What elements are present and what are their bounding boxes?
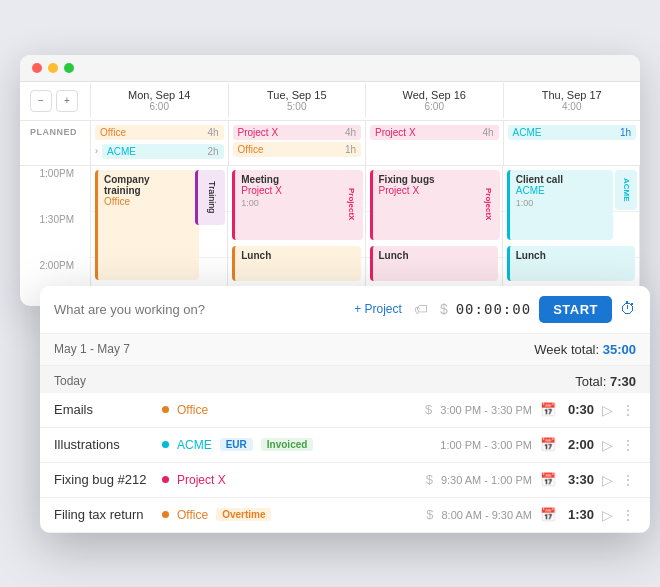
chevron-icon: ›: [95, 146, 98, 156]
day-group-total: Total: 7:30: [575, 374, 636, 389]
entry-duration-taxreturn: 1:30: [564, 507, 594, 522]
cal-col-0: Company training Office Training: [91, 166, 228, 306]
entry-duration-fixingbug: 3:30: [564, 472, 594, 487]
entry-project-fixingbug: Project X: [177, 473, 226, 487]
day-group-label: Today: [54, 374, 86, 388]
entry-project-taxreturn: Office: [177, 508, 208, 522]
planned-sub-block-acme: ACME 2h: [102, 144, 224, 159]
play-button-emails[interactable]: ▷: [602, 402, 613, 418]
event-lunch-2: Lunch: [370, 246, 498, 281]
planned-day-2: Project X 4h: [365, 121, 503, 165]
tracker-window: + Project 🏷 $ 00:00:00 START ⏱ May 1 - M…: [40, 286, 650, 533]
entry-dot-illustrations: [162, 441, 169, 448]
entry-dollar-taxreturn: $: [426, 507, 433, 522]
day-total-value: 7:30: [610, 374, 636, 389]
entry-illustrations: Illustrations ACME EUR Invoiced 1:00 PM …: [40, 428, 650, 463]
nav-minus-button[interactable]: −: [30, 90, 52, 112]
day-hours-3: 4:00: [508, 101, 637, 112]
week-total-value: 35:00: [603, 342, 636, 357]
week-total: Week total: 35:00: [534, 342, 636, 357]
screenshot-container: − + Mon, Sep 14 6:00 Tue, Sep 15 5:00 We…: [20, 55, 640, 533]
day-col-3: Thu, Sep 17 4:00: [503, 83, 641, 118]
tag-icon[interactable]: 🏷: [410, 299, 432, 319]
planned-label: PLANNED: [20, 121, 90, 143]
entry-time-illustrations: 1:00 PM - 3:00 PM: [440, 439, 532, 451]
maximize-button[interactable]: [64, 63, 74, 73]
more-button-emails[interactable]: ⋮: [621, 402, 636, 418]
more-button-fixingbug[interactable]: ⋮: [621, 472, 636, 488]
event-training: Company training Office: [95, 170, 199, 280]
timer-display: 00:00:00: [456, 301, 531, 317]
calendar-icon-taxreturn: 📅: [540, 507, 556, 522]
more-button-taxreturn[interactable]: ⋮: [621, 507, 636, 523]
event-projectx-badge-2: ProjectX: [478, 170, 500, 240]
day-name-3: Thu, Sep 17: [508, 89, 637, 101]
billable-icon[interactable]: $: [440, 301, 448, 317]
week-range: May 1 - May 7: [54, 342, 130, 356]
calendar-body: 1:00PM 1:30PM 2:00PM Company training Of…: [20, 166, 640, 306]
day-hours-1: 5:00: [233, 101, 362, 112]
planned-sub-acme: › ACME 2h: [95, 142, 224, 161]
badge-invoiced-illustrations: Invoiced: [261, 438, 314, 451]
event-meeting-projectx: Meeting Project X 1:00: [232, 170, 344, 240]
minimize-button[interactable]: [48, 63, 58, 73]
entry-dot-taxreturn: [162, 511, 169, 518]
planned-row: PLANNED Office 4h › ACME 2h Proj: [20, 121, 640, 166]
play-button-taxreturn[interactable]: ▷: [602, 507, 613, 523]
play-button-fixingbug[interactable]: ▷: [602, 472, 613, 488]
badge-eur-illustrations: EUR: [220, 438, 253, 451]
time-130pm: 1:30PM: [20, 212, 82, 258]
day-hours-0: 6:00: [95, 101, 224, 112]
timer-bar: + Project 🏷 $ 00:00:00 START ⏱: [40, 286, 650, 334]
calendar-icon-illustrations: 📅: [540, 437, 556, 452]
entry-dot-fixingbug: [162, 476, 169, 483]
cal-col-1: Meeting Project X 1:00 ProjectX Lunch: [228, 166, 365, 306]
calendar-nav: − +: [20, 82, 90, 120]
planned-day-0: Office 4h › ACME 2h: [90, 121, 228, 165]
calendar-icon-emails: 📅: [540, 402, 556, 417]
calendar-icon-fixingbug: 📅: [540, 472, 556, 487]
time-column: 1:00PM 1:30PM 2:00PM: [20, 166, 90, 306]
calendar-window: − + Mon, Sep 14 6:00 Tue, Sep 15 5:00 We…: [20, 55, 640, 306]
cal-col-2: Fixing bugs Project X ProjectX Lunch: [366, 166, 503, 306]
window-titlebar: [20, 55, 640, 82]
entry-time-taxreturn: 8:00 AM - 9:30 AM: [442, 509, 533, 521]
day-hours-2: 6:00: [370, 101, 499, 112]
entry-emails: Emails Office $ 3:00 PM - 3:30 PM 📅 0:30…: [40, 393, 650, 428]
day-name-2: Wed, Sep 16: [370, 89, 499, 101]
event-lunch-1: Lunch: [232, 246, 360, 281]
close-button[interactable]: [32, 63, 42, 73]
planned-block-projectx-2: Project X 4h: [370, 125, 499, 140]
planned-block-projectx-1: Project X 4h: [233, 125, 362, 140]
day-col-1: Tue, Sep 15 5:00: [228, 83, 366, 118]
entry-dollar-emails: $: [425, 402, 432, 417]
planned-block-office: Office 4h: [95, 125, 224, 140]
entry-title-emails: Emails: [54, 402, 154, 417]
planned-day-3: ACME 1h: [503, 121, 641, 165]
calendar-header: − + Mon, Sep 14 6:00 Tue, Sep 15 5:00 We…: [20, 82, 640, 121]
play-button-illustrations[interactable]: ▷: [602, 437, 613, 453]
event-clientcall: Client call ACME 1:00: [507, 170, 613, 240]
event-training-label: Training: [195, 170, 225, 225]
entry-time-fixingbug: 9:30 AM - 1:00 PM: [441, 474, 532, 486]
planned-block-acme-3: ACME 1h: [508, 125, 637, 140]
day-name-1: Tue, Sep 15: [233, 89, 362, 101]
entry-project-illustrations: ACME: [177, 438, 212, 452]
day-col-0: Mon, Sep 14 6:00: [90, 83, 228, 118]
event-projectx-badge-1: ProjectX: [341, 170, 363, 240]
day-name-0: Mon, Sep 14: [95, 89, 224, 101]
timer-history-icon[interactable]: ⏱: [620, 300, 636, 318]
badge-overtime-taxreturn: Overtime: [216, 508, 271, 521]
entry-dollar-fixingbug: $: [426, 472, 433, 487]
event-fixingbugs: Fixing bugs Project X: [370, 170, 482, 240]
time-1pm: 1:00PM: [20, 166, 82, 212]
entry-title-fixingbug: Fixing bug #212: [54, 472, 154, 487]
entry-project-emails: Office: [177, 403, 208, 417]
add-project-button[interactable]: + Project: [354, 302, 402, 316]
start-button[interactable]: START: [539, 296, 612, 323]
more-button-illustrations[interactable]: ⋮: [621, 437, 636, 453]
nav-plus-button[interactable]: +: [56, 90, 78, 112]
week-bar: May 1 - May 7 Week total: 35:00: [40, 334, 650, 366]
entry-time-emails: 3:00 PM - 3:30 PM: [440, 404, 532, 416]
timer-description-input[interactable]: [54, 302, 346, 317]
